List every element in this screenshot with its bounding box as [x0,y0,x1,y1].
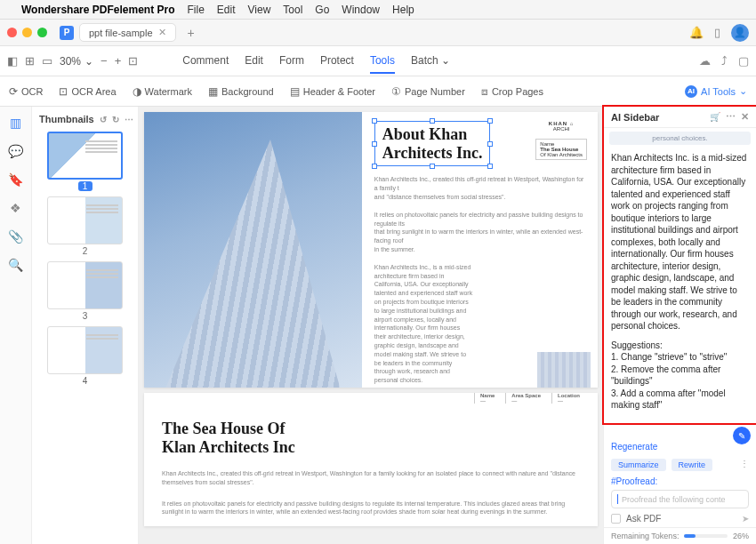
hand-tool-icon[interactable]: ⊡ [128,54,138,68]
header-footer-button[interactable]: ▤Header & Footer [290,85,375,98]
mobile-icon[interactable]: ▯ [714,26,720,39]
rotate-right-icon[interactable]: ↻ [112,115,119,124]
tokens-label: Remaining Tokens: [611,532,679,540]
document-canvas[interactable]: About Khan Architects Inc. KHAN ⌂ ARCHI … [139,107,603,544]
tab-protect[interactable]: Protect [320,49,354,74]
page1-title-line2: Architects Inc. [382,144,483,163]
regenerate-button[interactable]: Regenerate [611,442,657,452]
cart-icon[interactable]: 🛒 [710,112,720,122]
background-button[interactable]: ▦Background [208,85,274,98]
ai-response-text: Khan Architects Inc. is a mid-sized arch… [611,152,749,332]
zoom-in-icon[interactable]: + [115,54,122,68]
send-icon[interactable]: ➤ [742,514,749,524]
ai-context-snippet: personal choices. [609,132,751,145]
zoom-control[interactable]: 30% ⌄ [60,55,93,68]
page-2: Name— Area Space— Location— The Sea Hous… [144,393,598,526]
thumbnail-1[interactable] [47,132,123,180]
document-tab[interactable]: ppt file-sample ✕ [79,23,176,42]
page1-col2: Khan Architects Inc., is a mid-sized arc… [374,263,480,385]
book-view-icon[interactable]: ▭ [42,54,52,68]
zoom-value: 30% [60,55,81,68]
page1-image [144,112,362,388]
ai-close-icon[interactable]: ✕ [741,111,749,123]
menu-go[interactable]: Go [315,4,329,16]
chips-more-icon[interactable]: ⋮ [740,459,749,471]
proofread-tag: #Proofread: [604,475,756,488]
page2-title-l1: The Sea House Of [162,420,580,438]
attachments-rail-icon[interactable]: 📎 [8,229,23,244]
search-rail-icon[interactable]: 🔍 [8,258,23,272]
thumbnail-4[interactable] [47,326,123,374]
page-number-icon: ① [391,85,401,98]
app-logo-icon: P [60,26,74,40]
menu-window[interactable]: Window [342,4,380,16]
ocr-area-button[interactable]: ⊡OCR Area [59,85,116,98]
app-name[interactable]: Wondershare PDFelement Pro [21,4,175,16]
main-toolbar: ◧ ⊞ ▭ 30% ⌄ − + ⊡ Comment Edit Form Prot… [0,46,756,76]
ask-pdf-label: Ask PDF [626,514,661,524]
page1-image2 [537,352,591,388]
new-tab-button[interactable]: + [181,23,201,43]
macos-menubar: Wondershare PDFelement Pro File Edit Vie… [0,0,756,20]
cloud-icon[interactable]: ☁ [699,54,711,68]
tab-batch[interactable]: Batch ⌄ [411,49,450,74]
menu-file[interactable]: File [188,4,205,16]
user-avatar[interactable]: 👤 [731,24,749,42]
ai-suggestion-3: 3. Add a comma after "model making staff… [611,388,749,412]
tokens-percent: 26% [733,532,749,540]
crop-pages-button[interactable]: ⧈Crop Pages [481,85,543,98]
window-controls[interactable] [7,28,47,37]
page1-para1: Khan Architects Inc., created this off-g… [374,175,585,201]
ocr-button[interactable]: ⟳OCR [9,85,43,98]
layers-rail-icon[interactable]: ❖ [10,201,21,215]
print-icon[interactable]: ▢ [738,54,749,68]
rewrite-chip[interactable]: Rewrite [672,459,713,471]
comments-rail-icon[interactable]: 💬 [8,144,23,158]
page2-title-l2: Klan Architects Inc [162,438,580,457]
thumbnails-rail-icon[interactable]: ▥ [10,116,21,130]
page2-para2: It relies on photovoltaic panels for ele… [162,500,580,517]
ai-more-icon[interactable]: ⋯ [726,111,736,123]
minimize-window-icon[interactable] [22,28,32,37]
page2-para1: Khan Architects Inc., created this off-g… [162,469,580,487]
grid-view-icon[interactable]: ⊞ [25,54,35,68]
thumbnails-more-icon[interactable]: ⋯ [125,115,133,124]
window-tabbar: P ppt file-sample ✕ + 🔔 ▯ 👤 [0,20,756,46]
tokens-bar [684,534,728,538]
zoom-out-icon[interactable]: − [101,54,108,68]
tab-edit[interactable]: Edit [245,49,263,74]
bookmarks-rail-icon[interactable]: 🔖 [8,172,23,187]
tab-form[interactable]: Form [279,49,304,74]
sidebar-toggle-icon[interactable]: ◧ [7,54,18,68]
thumbnail-3-label: 3 [39,311,131,321]
thumbnail-3[interactable] [47,261,123,309]
menu-help[interactable]: Help [392,4,414,16]
page1-title-line1: About Khan [382,125,483,144]
tab-close-icon[interactable]: ✕ [158,27,166,38]
maximize-window-icon[interactable] [37,28,47,37]
menu-tool[interactable]: Tool [283,4,302,16]
header-footer-icon: ▤ [290,85,300,98]
rotate-left-icon[interactable]: ↺ [100,115,107,124]
ai-prompt-input[interactable]: Proofread the following conte [611,490,749,508]
page-number-button[interactable]: ①Page Number [391,85,465,98]
zoom-dropdown-icon[interactable]: ⌄ [84,55,93,68]
chevron-down-icon: ⌄ [739,85,747,97]
thumbnail-4-label: 4 [39,376,131,386]
tools-row: ⟳OCR ⊡OCR Area ◑Watermark ▦Background ▤H… [0,76,756,107]
menu-edit[interactable]: Edit [217,4,236,16]
ask-pdf-checkbox[interactable] [611,514,621,524]
thumbnail-2[interactable] [47,196,123,244]
notifications-icon[interactable]: 🔔 [689,26,704,39]
watermark-button[interactable]: ◑Watermark [133,85,192,98]
share-icon[interactable]: ⤴ [721,54,728,68]
tab-tools[interactable]: Tools [370,49,395,74]
summarize-chip[interactable]: Summarize [611,459,666,471]
ai-input-placeholder: Proofread the following conte [622,495,726,504]
selected-text-box[interactable]: About Khan Architects Inc. [374,121,491,166]
menu-view[interactable]: View [248,4,271,16]
ai-float-button[interactable]: ✎ [733,427,751,444]
ai-tools-button[interactable]: AI AI Tools ⌄ [685,85,747,98]
close-window-icon[interactable] [7,28,17,37]
tab-comment[interactable]: Comment [182,49,229,74]
